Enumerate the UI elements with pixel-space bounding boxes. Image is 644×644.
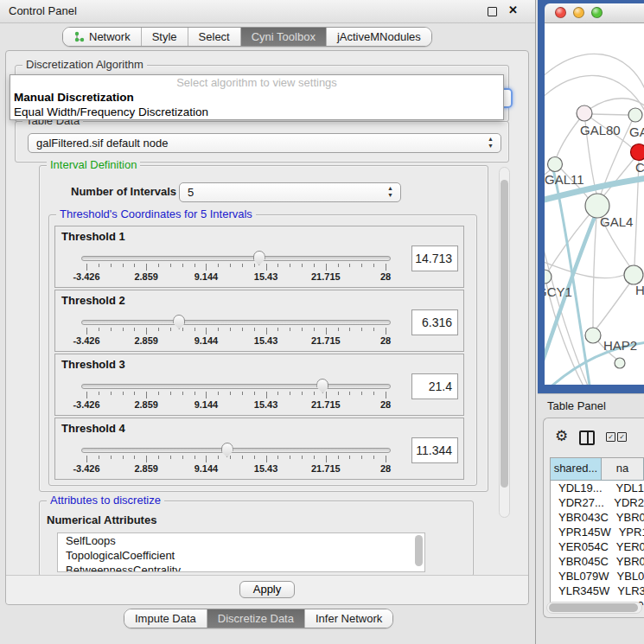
settings-gear-icon[interactable]: ⚙ bbox=[555, 427, 568, 445]
tab-style[interactable]: Style bbox=[141, 28, 188, 46]
column-header-2[interactable]: na bbox=[602, 458, 644, 481]
checkbox-icon[interactable]: ✓ bbox=[617, 432, 627, 442]
table-data-combobox-value: galFiltered.sif default node bbox=[36, 134, 168, 152]
tick-label: 21.715 bbox=[311, 271, 341, 282]
table-row[interactable]: YBR045CYBR0 bbox=[551, 554, 644, 569]
table-panel-title: Table Panel bbox=[547, 394, 606, 418]
tab-discretize-data[interactable]: Discretize Data bbox=[207, 609, 304, 628]
table-row[interactable]: YBL079WYBL0 bbox=[551, 569, 644, 583]
close-icon[interactable]: ✕ bbox=[508, 3, 518, 16]
tick-label: 2.859 bbox=[134, 463, 158, 474]
threshold-slider[interactable]: -3.4262.8599.14415.4321.71528 bbox=[81, 441, 391, 475]
network-edge[interactable] bbox=[596, 283, 630, 329]
panel-vertical-scrollbar[interactable] bbox=[499, 167, 510, 518]
threshold-value-field[interactable]: 14.713 bbox=[411, 245, 458, 271]
node-attribute-table: shared...na YDL19...YDL1YDR27...YDR2YBR0… bbox=[550, 457, 644, 605]
scrollbar-thumb[interactable] bbox=[501, 180, 508, 488]
slider-tick-labels: -3.4262.8599.14415.4321.71528 bbox=[86, 463, 386, 474]
checkbox-icon[interactable]: ✓ bbox=[606, 432, 615, 442]
threshold-value-field[interactable]: 11.344 bbox=[411, 437, 458, 463]
split-view-icon[interactable] bbox=[579, 430, 595, 445]
tab-infer-network[interactable]: Infer Network bbox=[304, 609, 392, 628]
table-row[interactable]: YDL19...YDL1 bbox=[551, 481, 644, 495]
network-node-gcy1[interactable] bbox=[545, 270, 552, 284]
tab-select[interactable]: Select bbox=[188, 28, 240, 46]
threshold-label: Threshold 3 bbox=[61, 358, 125, 371]
tick-label: 9.144 bbox=[194, 335, 219, 346]
network-edge[interactable] bbox=[545, 54, 644, 93]
attribute-list-item[interactable]: BetweennessCentrality bbox=[58, 563, 424, 572]
slider-track[interactable] bbox=[81, 448, 391, 453]
minimize-traffic-light-icon[interactable] bbox=[573, 7, 584, 18]
threshold-slider[interactable]: -3.4262.8599.14415.4321.71528 bbox=[81, 249, 391, 284]
network-edge[interactable] bbox=[545, 259, 624, 278]
interval-definition-title: Interval Definition bbox=[47, 159, 140, 171]
tab-impute-data[interactable]: Impute Data bbox=[124, 609, 207, 628]
network-node-h[interactable] bbox=[624, 265, 643, 284]
node-label: GCY1 bbox=[545, 284, 572, 299]
table-row[interactable]: YDR27...YDR2 bbox=[551, 495, 644, 510]
network-node-hap2[interactable] bbox=[585, 328, 601, 343]
tick-label: -3.426 bbox=[73, 463, 99, 474]
slider-track[interactable] bbox=[81, 384, 391, 389]
algorithm-hint-item[interactable]: Select algorithm to view settings bbox=[10, 75, 503, 90]
slider-track[interactable] bbox=[81, 320, 391, 325]
algorithm-option[interactable]: Equal Width/Frequency Discretization bbox=[10, 105, 503, 119]
tab-label: Discretize Data bbox=[218, 612, 294, 625]
table-horizontal-scrollbar[interactable] bbox=[546, 602, 642, 614]
tick-label: 28 bbox=[380, 335, 391, 346]
network-edge[interactable] bbox=[593, 217, 596, 328]
numerical-attributes-header: Numerical Attributes bbox=[47, 513, 156, 526]
slider-track[interactable] bbox=[81, 256, 391, 261]
node-label: GAL11 bbox=[545, 172, 584, 187]
tab-jactivemnodules[interactable]: jActiveMNodules bbox=[326, 28, 431, 46]
network-node-ga[interactable] bbox=[628, 108, 642, 122]
network-node-c[interactable] bbox=[631, 144, 644, 161]
table-row[interactable]: YLR345WYLR3 bbox=[551, 583, 644, 598]
column-header-1[interactable]: shared... bbox=[551, 458, 602, 481]
list-scrollbar-thumb[interactable] bbox=[415, 535, 423, 566]
network-node-gal80[interactable] bbox=[577, 105, 592, 121]
algorithm-option[interactable]: Manual Discretization bbox=[10, 90, 503, 105]
table-data-combobox[interactable]: galFiltered.sif default node ▲▼ bbox=[28, 133, 501, 153]
cyni-toolbox-panel: Discretization Algorithm ▲▼ Select algor… bbox=[5, 50, 529, 605]
table-panel-titlebar: Table Panel bbox=[538, 393, 644, 418]
network-edge[interactable] bbox=[590, 99, 644, 109]
network-node[interactable] bbox=[615, 358, 625, 368]
apply-button[interactable]: Apply bbox=[239, 581, 295, 598]
table-row[interactable]: YER054CYER0 bbox=[551, 539, 644, 554]
network-node-gal11[interactable] bbox=[548, 157, 563, 172]
threshold-slider[interactable]: -3.4262.8599.14415.4321.71528 bbox=[81, 313, 391, 348]
numerical-attributes-list[interactable]: SelfLoopsTopologicalCoefficientBetweenne… bbox=[57, 532, 425, 572]
combo-stepper-icon[interactable]: ▲▼ bbox=[486, 136, 495, 150]
network-canvas[interactable]: GAL80GACGAL11GAL4HGCY1HAP2 bbox=[545, 23, 644, 385]
float-window-icon[interactable] bbox=[488, 7, 497, 16]
combo-stepper-icon[interactable]: ▲▼ bbox=[386, 185, 395, 200]
network-edge[interactable] bbox=[603, 157, 635, 196]
control-panel-window: Control Panel ✕ NetworkStyleSelectCyni T… bbox=[0, 0, 536, 644]
toolbox-tab-bar: NetworkStyleSelectCyni ToolboxjActiveMNo… bbox=[62, 27, 432, 47]
threshold-slider[interactable]: -3.4262.8599.14415.4321.71528 bbox=[81, 377, 391, 411]
tick-label: 2.859 bbox=[134, 271, 158, 282]
threshold-value-field[interactable]: 21.4 bbox=[411, 373, 458, 399]
zoom-traffic-light-icon[interactable] bbox=[591, 7, 603, 18]
attribute-list-item[interactable]: TopologicalCoefficient bbox=[58, 548, 424, 563]
tab-network[interactable]: Network bbox=[63, 28, 141, 46]
threshold-label: Threshold 1 bbox=[61, 230, 125, 243]
close-traffic-light-icon[interactable] bbox=[555, 7, 566, 18]
network-edge[interactable] bbox=[545, 75, 644, 114]
slider-ticks bbox=[86, 392, 386, 399]
threshold-value-field[interactable]: 6.316 bbox=[411, 309, 458, 335]
node-label: GAL4 bbox=[600, 214, 633, 229]
attribute-list-item[interactable]: SelfLoops bbox=[58, 533, 424, 548]
table-row[interactable]: YPR145WYPR1 bbox=[551, 525, 644, 539]
table-row[interactable]: YBR043CYBR0 bbox=[551, 510, 644, 525]
tick-label: 9.144 bbox=[194, 271, 219, 282]
network-edge[interactable] bbox=[591, 114, 628, 115]
tab-cyni-toolbox[interactable]: Cyni Toolbox bbox=[240, 28, 326, 46]
scrollbar-thumb[interactable] bbox=[549, 603, 638, 612]
table-cell: YDL19... bbox=[551, 481, 608, 495]
tab-label: Style bbox=[152, 30, 177, 43]
tab-label: jActiveMNodules bbox=[337, 30, 421, 43]
number-of-intervals-combobox[interactable]: 5 ▲▼ bbox=[179, 182, 401, 202]
